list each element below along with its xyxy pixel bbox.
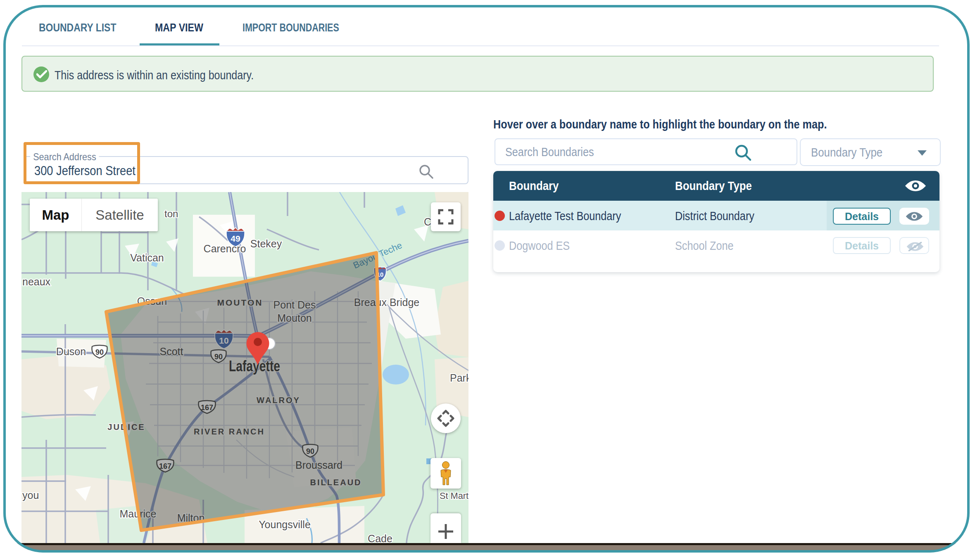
svg-text:you: you xyxy=(22,489,39,501)
svg-text:Duson: Duson xyxy=(56,346,86,357)
svg-text:90: 90 xyxy=(95,348,104,356)
svg-text:neaux: neaux xyxy=(22,276,51,287)
svg-text:Park: Park xyxy=(450,372,468,384)
svg-text:St Mart: St Mart xyxy=(440,491,468,501)
svg-text:Vatican: Vatican xyxy=(130,252,164,263)
svg-text:C: C xyxy=(424,216,431,228)
svg-text:49: 49 xyxy=(231,234,240,243)
svg-text:ton: ton xyxy=(164,208,178,219)
svg-text:Cade: Cade xyxy=(368,533,392,543)
svg-text:Youngsville: Youngsville xyxy=(259,519,311,530)
svg-text:Stekey: Stekey xyxy=(250,238,282,249)
